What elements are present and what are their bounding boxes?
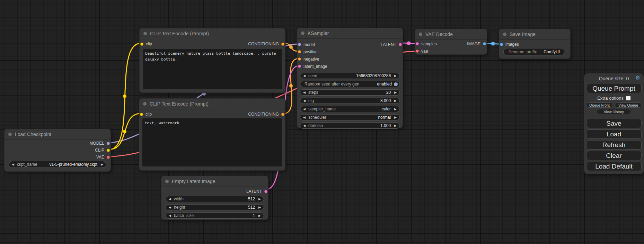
widget-value: 512 — [248, 205, 255, 210]
sampler-name-widget[interactable]: ◀ sampler_name euler ▶ — [300, 106, 400, 112]
decrement-icon[interactable]: ◀ — [303, 108, 306, 111]
output-label: CONDITIONING — [248, 112, 279, 117]
node-clip-text-encode-positive[interactable]: CLIP Text Encode (Prompt) clip CONDITION… — [139, 28, 285, 93]
negative-prompt-textarea[interactable]: text, watermark — [142, 118, 282, 166]
collapse-dot[interactable] — [503, 33, 506, 36]
clear-button[interactable]: Clear — [586, 151, 642, 160]
latent-image-input-port[interactable] — [298, 65, 301, 68]
graph-canvas[interactable]: Load Checkpoint MODEL CLIP VAE ◀ ckpt_na… — [0, 0, 644, 244]
view-queue-button[interactable]: View Queue — [615, 102, 642, 108]
load-button[interactable]: Load — [586, 129, 642, 139]
widget-value: normal — [378, 115, 391, 120]
steps-widget[interactable]: ◀ steps 20 ▶ — [300, 89, 400, 96]
queue-menu-panel: Queue size: 0 ⚙ Queue Prompt Extra optio… — [584, 73, 644, 174]
vae-input-port[interactable] — [416, 49, 419, 53]
widget-label: seed — [308, 73, 317, 78]
node-vae-decode[interactable]: VAE Decode samples IMAGE vae — [415, 29, 487, 55]
collapse-dot[interactable] — [301, 31, 305, 35]
input-label: model — [303, 42, 315, 47]
collapse-dot[interactable] — [419, 33, 422, 36]
increment-icon[interactable]: ▶ — [394, 91, 397, 94]
refresh-button[interactable]: Refresh — [586, 140, 642, 150]
increment-icon[interactable]: ▶ — [394, 116, 397, 119]
positive-prompt-textarea[interactable]: beautiful scenery nature glass bottle la… — [143, 49, 282, 89]
increment-icon[interactable]: ▶ — [258, 198, 261, 201]
link-dot — [289, 45, 293, 49]
input-label: samples — [421, 42, 437, 46]
decrement-icon[interactable]: ◀ — [303, 74, 306, 78]
decrement-icon[interactable]: ◀ — [12, 163, 14, 166]
input-label: negative — [303, 57, 319, 62]
node-save-image[interactable]: Save Image images filename_prefix ComfyU… — [499, 29, 571, 59]
ckpt-name-widget[interactable]: ◀ ckpt_name v1-5-pruned-emaonly.ckpt ▶ — [9, 161, 106, 168]
scheduler-widget[interactable]: ◀ scheduler normal ▶ — [300, 114, 400, 120]
clip-input-port[interactable] — [140, 43, 143, 46]
node-empty-latent-image[interactable]: Empty Latent Image LATENT ◀ width 512 ▶ … — [161, 176, 268, 220]
image-output-port[interactable] — [483, 42, 486, 45]
extra-options-label: Extra options — [597, 96, 624, 101]
decrement-icon[interactable]: ◀ — [169, 206, 171, 209]
model-input-port[interactable] — [298, 43, 301, 46]
decrement-icon[interactable]: ◀ — [169, 198, 171, 201]
gear-icon[interactable]: ⚙ — [635, 75, 640, 81]
node-clip-text-encode-negative[interactable]: CLIP Text Encode (Prompt) clip CONDITION… — [139, 98, 285, 171]
increment-icon[interactable]: ▶ — [258, 206, 261, 209]
vae-output-port[interactable] — [107, 156, 110, 159]
view-history-button[interactable]: View History — [597, 109, 631, 114]
widget-value: 8.000 — [380, 98, 391, 103]
widget-value: 512 — [248, 197, 255, 201]
widget-label: batch_size — [174, 213, 194, 218]
batch-size-widget[interactable]: ◀ batch_size 1 ▶ — [166, 213, 264, 219]
node-title: CLIP Text Encode (Prompt) — [150, 101, 209, 107]
random-seed-toggle[interactable]: Random seed after every gen enabled — [300, 81, 400, 87]
collapse-dot[interactable] — [8, 133, 12, 136]
increment-icon[interactable]: ▶ — [394, 124, 397, 127]
save-button[interactable]: Save — [586, 119, 642, 128]
node-load-checkpoint[interactable]: Load Checkpoint MODEL CLIP VAE ◀ ckpt_na… — [4, 129, 111, 172]
increment-icon[interactable]: ▶ — [394, 99, 397, 102]
model-output-port[interactable] — [107, 142, 110, 145]
height-widget[interactable]: ◀ height 512 ▶ — [166, 204, 264, 210]
node-title-bar: CLIP Text Encode (Prompt) — [139, 99, 285, 109]
positive-input-port[interactable] — [298, 50, 301, 53]
decrement-icon[interactable]: ◀ — [303, 99, 306, 102]
load-default-button[interactable]: Load Default — [586, 162, 642, 171]
width-widget[interactable]: ◀ width 512 ▶ — [166, 196, 264, 202]
increment-icon[interactable]: ▶ — [394, 108, 397, 111]
decrement-icon[interactable]: ◀ — [169, 214, 171, 217]
widget-value: euler — [381, 107, 391, 111]
node-ksampler[interactable]: KSampler model LATENT positive — [297, 28, 403, 128]
latent-output-port[interactable] — [264, 190, 267, 193]
images-input-port[interactable] — [500, 43, 503, 46]
conditioning-output-port[interactable] — [281, 113, 284, 116]
input-label: latent_image — [303, 64, 327, 69]
clip-output-port[interactable] — [107, 149, 110, 152]
widget-label: ckpt_name — [17, 162, 37, 167]
clip-input-port[interactable] — [140, 113, 143, 116]
decrement-icon[interactable]: ◀ — [303, 91, 306, 94]
latent-output-port[interactable] — [399, 43, 402, 46]
collapse-dot[interactable] — [143, 102, 147, 106]
conditioning-output-port[interactable] — [281, 43, 284, 46]
widget-value: 156680208700286 — [356, 73, 391, 78]
increment-icon[interactable]: ▶ — [394, 74, 397, 78]
queue-prompt-button[interactable]: Queue Prompt — [586, 84, 642, 93]
collapse-dot[interactable] — [143, 32, 147, 35]
negative-input-port[interactable] — [298, 57, 301, 61]
output-label: MODEL — [89, 141, 104, 146]
collapse-dot[interactable] — [165, 180, 169, 183]
queue-front-button[interactable]: Queue Front — [586, 102, 613, 108]
cfg-widget[interactable]: ◀ cfg 8.000 ▶ — [300, 98, 400, 104]
samples-input-port[interactable] — [416, 42, 419, 45]
increment-icon[interactable]: ▶ — [101, 163, 103, 166]
decrement-icon[interactable]: ◀ — [303, 124, 306, 127]
filename-prefix-widget[interactable]: filename_prefix ComfyUI — [503, 48, 565, 55]
widget-label: height — [174, 205, 185, 210]
decrement-icon[interactable]: ◀ — [303, 116, 306, 119]
denoise-widget[interactable]: ◀ denoise 1.000 ▶ — [300, 123, 400, 129]
toggle-on-icon[interactable] — [394, 82, 398, 86]
seed-widget[interactable]: ◀ seed 156680208700286 ▶ — [300, 73, 400, 79]
increment-icon[interactable]: ▶ — [258, 214, 261, 217]
widget-value: v1-5-pruned-emaonly.ckpt — [50, 162, 98, 167]
extra-options-checkbox[interactable] — [626, 96, 630, 100]
